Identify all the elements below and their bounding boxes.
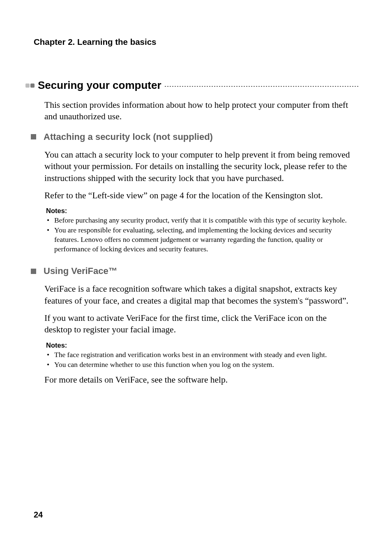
- notes-label: Notes:: [46, 207, 356, 215]
- body-paragraph: If you want to activate VeriFace for the…: [44, 312, 356, 336]
- bullet-icon: •: [46, 350, 50, 360]
- note-item: •The face registration and verification …: [46, 350, 356, 360]
- notes-list: •Before purchasing any security product,…: [46, 216, 356, 253]
- notes-block: Notes: •Before purchasing any security p…: [46, 207, 356, 253]
- bullet-icon: •: [46, 225, 50, 253]
- heading-rule-icon: [165, 86, 359, 87]
- square-bullet-icon: [31, 134, 36, 139]
- section-title: Securing your computer: [38, 79, 161, 92]
- note-text: The face registration and verification w…: [54, 350, 327, 360]
- notes-label: Notes:: [46, 341, 356, 349]
- page: Chapter 2. Learning the basics Securing …: [0, 0, 392, 550]
- subsection-title: Using VeriFace™: [44, 266, 118, 276]
- notes-block: Notes: •The face registration and verifi…: [46, 341, 356, 369]
- intro-paragraph: This section provides information about …: [44, 99, 356, 123]
- body-paragraph: For more details on VeriFace, see the so…: [44, 374, 356, 385]
- note-text: Before purchasing any security product, …: [54, 216, 347, 225]
- note-item: •Before purchasing any security product,…: [46, 216, 356, 225]
- body-paragraph: You can attach a security lock to your c…: [44, 149, 356, 184]
- subsection-title: Attaching a security lock (not supplied): [44, 132, 213, 142]
- chapter-header: Chapter 2. Learning the basics: [34, 37, 358, 47]
- subsection-heading-row: Attaching a security lock (not supplied): [31, 132, 358, 142]
- bullet-icon: •: [46, 360, 50, 369]
- square-bullet-icon: [31, 269, 36, 274]
- note-item: •You can determine whether to use this f…: [46, 360, 356, 369]
- body-paragraph: VeriFace is a face recognition software …: [44, 283, 356, 306]
- subsection-heading-row: Using VeriFace™: [31, 266, 358, 276]
- bullet-icon: •: [46, 216, 50, 225]
- body-paragraph: Refer to the “Left-side view” on page 4 …: [44, 190, 356, 201]
- note-item: •You are responsible for evaluating, sel…: [46, 225, 356, 253]
- section-marker-icon: [25, 84, 35, 88]
- page-number: 24: [34, 510, 43, 520]
- notes-list: •The face registration and verification …: [46, 350, 356, 369]
- note-text: You are responsible for evaluating, sele…: [54, 225, 356, 253]
- note-text: You can determine whether to use this fu…: [54, 360, 274, 369]
- section-heading-row: Securing your computer: [25, 79, 358, 92]
